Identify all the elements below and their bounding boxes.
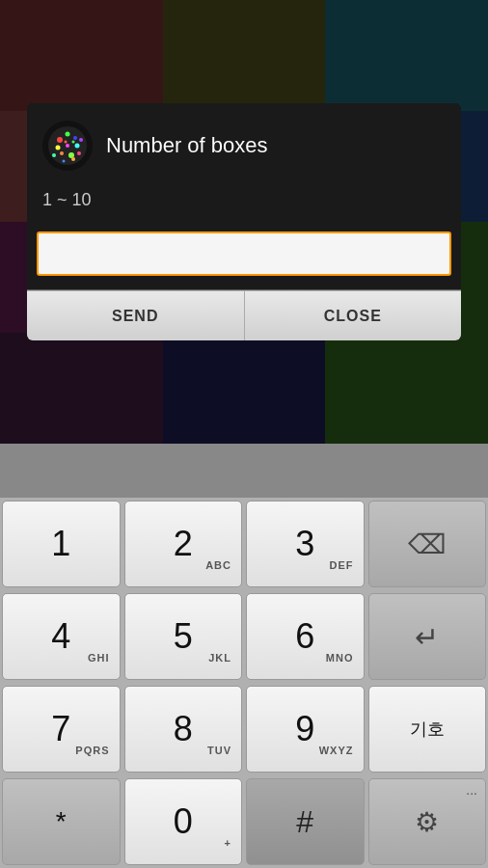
keyboard-row-0: 12ABC3DEF⌫ (0, 498, 488, 590)
dialog: Number of boxes 1 ~ 10 SEND CLOSE (27, 103, 461, 340)
keyboard-row-1: 4GHI5JKL6MNO↵ (0, 590, 488, 683)
svg-point-6 (66, 144, 69, 148)
close-button[interactable]: CLOSE (245, 290, 462, 340)
kb-key-2-0[interactable]: 7PQRS (2, 686, 121, 773)
kb-key-0-1[interactable]: 2ABC (124, 501, 243, 587)
hash-label: # (296, 804, 313, 840)
kb-key-1-3[interactable]: ↵ (368, 593, 487, 680)
dialog-overlay: Number of boxes 1 ~ 10 SEND CLOSE (0, 0, 488, 444)
dialog-title: Number of boxes (106, 133, 268, 158)
key-sub-0-1: ABC (205, 559, 231, 571)
key-sub-1-1: JKL (208, 652, 231, 664)
enter-icon: ↵ (415, 620, 439, 654)
svg-point-12 (71, 157, 75, 161)
keyboard-row-2: 7PQRS8TUV9WXYZ기호 (0, 683, 488, 775)
svg-point-3 (66, 132, 70, 137)
key-num-2-1: 8 (174, 712, 193, 746)
logo-icon (44, 122, 91, 169)
kb-key-1-2[interactable]: 6MNO (246, 593, 365, 680)
key-num-0-0: 1 (51, 527, 70, 561)
svg-point-15 (65, 141, 68, 144)
dialog-buttons: SEND CLOSE (27, 289, 461, 340)
svg-point-14 (79, 138, 83, 142)
dialog-input-wrap (27, 224, 461, 289)
dialog-header: Number of boxes (27, 103, 461, 184)
key-sub-1-2: MNO (326, 652, 354, 664)
kb-key-0-3[interactable]: ⌫ (368, 501, 487, 587)
key-num-2-0: 7 (51, 712, 70, 746)
send-button[interactable]: SEND (27, 290, 245, 340)
svg-point-11 (63, 160, 66, 163)
key-num-0-1: 2 (174, 527, 193, 561)
svg-point-4 (73, 136, 77, 140)
kb-key-3-3[interactable]: ··· ⚙ (368, 778, 487, 865)
key-sub-3-1: + (225, 837, 231, 849)
svg-point-13 (52, 153, 56, 157)
gear-icon: ⚙ (415, 806, 439, 838)
key-sub-2-1: TUV (207, 745, 231, 756)
kb-key-3-1[interactable]: 0+ (124, 778, 243, 865)
backspace-icon: ⌫ (408, 529, 447, 560)
key-num-0-2: 3 (295, 527, 314, 561)
kb-key-2-2[interactable]: 9WXYZ (246, 686, 365, 773)
svg-point-2 (57, 137, 63, 143)
kb-key-2-3[interactable]: 기호 (368, 686, 487, 773)
keyboard: 12ABC3DEF⌫4GHI5JKL6MNO↵7PQRS8TUV9WXYZ기호*… (0, 498, 488, 868)
key-num-1-1: 5 (174, 619, 193, 654)
special-label: 기호 (410, 718, 445, 741)
svg-point-5 (56, 146, 61, 150)
svg-point-10 (77, 151, 81, 155)
key-num-1-0: 4 (51, 619, 70, 654)
kb-key-2-1[interactable]: 8TUV (124, 686, 243, 773)
key-num-3-1: 0 (174, 804, 193, 839)
kb-key-0-0[interactable]: 1 (2, 501, 121, 587)
number-input[interactable] (37, 231, 451, 276)
keyboard-row-3: *0+# ··· ⚙ (0, 775, 488, 868)
kb-key-3-2[interactable]: # (246, 778, 365, 865)
key-num-1-2: 6 (295, 619, 314, 654)
key-num-2-2: 9 (295, 712, 314, 746)
key-num-3-0: * (56, 808, 67, 835)
key-sub-2-2: WXYZ (319, 745, 354, 756)
kb-key-1-0[interactable]: 4GHI (2, 593, 121, 680)
key-sub-0-2: DEF (330, 559, 354, 571)
svg-point-7 (75, 144, 80, 149)
app-logo (42, 121, 93, 171)
kb-key-1-1[interactable]: 5JKL (124, 593, 243, 680)
key-sub-1-0: GHI (88, 652, 110, 664)
key-sub-2-0: PQRS (75, 745, 109, 756)
dialog-subtitle: 1 ~ 10 (27, 184, 461, 224)
kb-key-0-2[interactable]: 3DEF (246, 501, 365, 587)
kb-key-3-0[interactable]: * (2, 778, 121, 865)
svg-point-8 (60, 151, 64, 155)
dots-label: ··· (466, 785, 477, 800)
svg-point-16 (72, 141, 75, 144)
